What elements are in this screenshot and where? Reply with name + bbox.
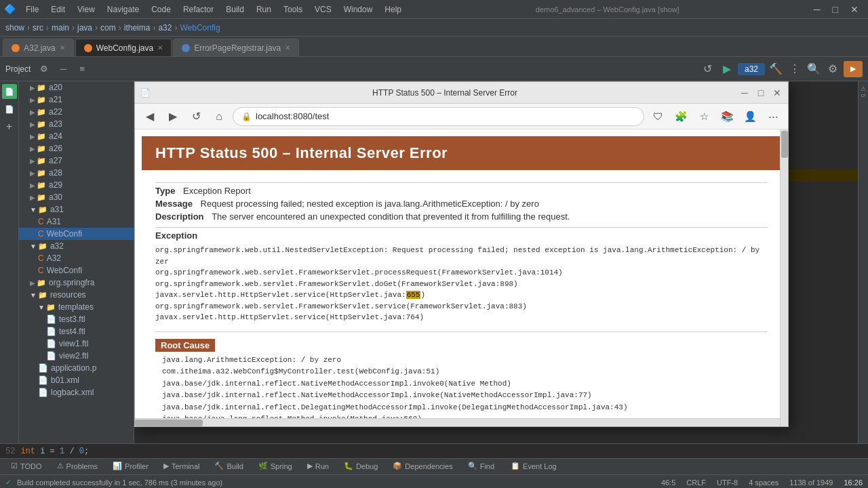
sidebar-item-a23[interactable]: ▶📁a23 [19, 118, 134, 130]
bottom-tab-todo[interactable]: ☑ TODO [4, 459, 49, 474]
url-bar[interactable]: 🔒 localhost:8080/test [233, 107, 644, 126]
tab-a32[interactable]: A32.java ✕ [3, 39, 74, 56]
maximize-btn[interactable]: □ [827, 3, 844, 16]
sidebar-item-a26[interactable]: ▶📁a26 [19, 142, 134, 155]
path-a32[interactable]: a32 [158, 23, 172, 33]
path-show[interactable]: show [5, 23, 24, 33]
nav-bookmarks-bar-btn[interactable]: 📚 [717, 107, 736, 126]
sidebar-item-test4[interactable]: 📄test4.ftl [19, 325, 134, 338]
bottom-tab-spring[interactable]: 🌿 Spring [252, 459, 299, 474]
sidebar-item-a32[interactable]: ▼📁a32 [19, 240, 134, 252]
sidebar-item-a24[interactable]: ▶📁a24 [19, 130, 134, 142]
path-main[interactable]: main [52, 23, 69, 33]
menu-vcs[interactable]: VCS [309, 3, 337, 16]
sidebar-item-b01[interactable]: 📄b01.xml [19, 374, 134, 386]
toolbar-build[interactable]: 🔨 [768, 61, 784, 77]
menu-tools[interactable]: Tools [278, 3, 308, 16]
sidebar-item-a30[interactable]: ▶📁a30 [19, 191, 134, 203]
sidebar-item-application[interactable]: 📄application.p [19, 362, 134, 374]
path-itheima[interactable]: itheima [124, 23, 151, 33]
toolbar-collapse[interactable]: ─ [55, 61, 71, 77]
close-btn[interactable]: ✕ [845, 3, 864, 16]
sidebar-item-view1[interactable]: 📄view1.ftl [19, 338, 134, 350]
menu-edit[interactable]: Edit [45, 3, 71, 16]
bottom-tab-profiler[interactable]: 📊 Profiler [106, 459, 155, 474]
sidebar-item-a21[interactable]: ▶📁a21 [19, 94, 134, 106]
line-separator[interactable]: CRLF [686, 479, 706, 487]
path-com[interactable]: com [100, 23, 116, 33]
nav-extensions-btn[interactable]: 🧩 [671, 107, 690, 126]
browser-minimize-btn[interactable]: ─ [739, 87, 750, 98]
browser-content[interactable]: HTTP Status 500 – Internal Server Error … [135, 129, 788, 426]
menu-code[interactable]: Code [146, 3, 176, 16]
browser-close-btn[interactable]: ✕ [772, 87, 783, 98]
menu-window[interactable]: Window [338, 3, 378, 16]
sidebar-item-test3[interactable]: 📄test3.ftl [19, 313, 134, 325]
bottom-tab-problems[interactable]: ⚠ Problems [50, 459, 104, 474]
sidebar-item-a32-webconfig[interactable]: CWebConfi [19, 264, 134, 277]
sidebar-item-templates[interactable]: ▼📁templates [19, 301, 134, 313]
toolbar-gear[interactable]: ⚙ [36, 61, 52, 77]
tab-close-webconfig[interactable]: ✕ [157, 44, 163, 52]
bottom-tab-dependencies[interactable]: 📦 Dependencies [386, 459, 459, 474]
indent-setting[interactable]: 4 spaces [749, 479, 778, 487]
menu-build[interactable]: Build [220, 3, 250, 16]
menu-navigate[interactable]: Navigate [102, 3, 144, 16]
browser-maximize-btn[interactable]: □ [755, 87, 766, 98]
tab-errorpage[interactable]: ErrorPageRegistrar.java ✕ [173, 39, 299, 56]
menu-run[interactable]: Run [251, 3, 277, 16]
nav-forward-btn[interactable]: ▶ [163, 107, 182, 126]
toolbar-settings[interactable]: ⚙ [825, 61, 841, 77]
sidebar-item-a28[interactable]: ▶📁a28 [19, 167, 134, 179]
bottom-tab-debug[interactable]: 🐛 Debug [337, 459, 384, 474]
sidebar-item-resources[interactable]: ▼📁resources [19, 289, 134, 301]
bottom-tab-find[interactable]: 🔍 Find [461, 459, 501, 474]
nav-back-btn[interactable]: ◀ [140, 107, 159, 126]
sidebar-item-a31[interactable]: ▼📁a31 [19, 203, 134, 216]
sidebar-tool-page2[interactable]: 📄 [2, 102, 17, 117]
sidebar-tool-page[interactable]: 📄 [2, 84, 17, 99]
toolbar-expand[interactable]: ≡ [74, 61, 90, 77]
menu-view[interactable]: View [72, 3, 100, 16]
bottom-tab-terminal[interactable]: ▶ Terminal [157, 459, 207, 474]
sidebar-item-view2[interactable]: 📄view2.ftl [19, 350, 134, 362]
nav-more-btn[interactable]: ⋯ [764, 107, 783, 126]
minimize-btn[interactable]: ─ [808, 3, 826, 16]
browser-hscrollbar[interactable] [135, 418, 780, 426]
sidebar-item-a27[interactable]: ▶📁a27 [19, 155, 134, 167]
sidebar-item-orgspring[interactable]: ▶📁org.springfra [19, 277, 134, 289]
browser-scrollbar[interactable] [780, 129, 788, 426]
sidebar-item-a31-webconfig[interactable]: CWebConfi [19, 228, 134, 240]
bottom-tab-run[interactable]: ▶ Run [300, 459, 336, 474]
toolbar-search[interactable]: 🔍 [806, 61, 822, 77]
cursor-position[interactable]: 46:5 [661, 479, 675, 487]
menu-help[interactable]: Help [379, 3, 407, 16]
tab-close-errorpage[interactable]: ✕ [285, 44, 290, 52]
path-src[interactable]: src [33, 23, 43, 33]
sidebar-item-a31-class[interactable]: CA31 [19, 216, 134, 228]
sidebar-item-logback[interactable]: 📄logback.xml [19, 386, 134, 399]
nav-bookmark-btn[interactable]: ☆ [694, 107, 713, 126]
sidebar-tool-add[interactable]: + [2, 119, 17, 134]
nav-profile-btn[interactable]: 👤 [741, 107, 760, 126]
event-log-btn[interactable]: 📋 Event Log [504, 459, 564, 474]
toolbar-more[interactable]: ⋮ [787, 61, 803, 77]
toolbar-orange-btn[interactable]: ▶ [844, 61, 863, 77]
path-webconfig[interactable]: WebConfig [180, 23, 220, 33]
path-java[interactable]: java [77, 23, 92, 33]
nav-home-btn[interactable]: ⌂ [210, 107, 229, 126]
sidebar-item-a29[interactable]: ▶📁a29 [19, 179, 134, 191]
tab-close-a32[interactable]: ✕ [60, 44, 65, 52]
nav-refresh-btn[interactable]: ↺ [186, 107, 205, 126]
nav-shield-icon[interactable]: 🛡 [648, 107, 667, 126]
toolbar-refresh[interactable]: ↺ [700, 61, 716, 77]
toolbar-run-btn[interactable]: ▶ [719, 61, 735, 77]
menu-refactor[interactable]: Refactor [178, 3, 219, 16]
bottom-tab-build[interactable]: 🔨 Build [208, 459, 250, 474]
encoding[interactable]: UTF-8 [717, 479, 738, 487]
sidebar-item-a22[interactable]: ▶📁a22 [19, 106, 134, 118]
tab-webconfig[interactable]: WebConfig.java ✕ [75, 39, 172, 56]
branch-indicator[interactable]: a32 [738, 63, 765, 75]
sidebar-item-a20[interactable]: ▶📁a20 [19, 81, 134, 94]
sidebar-item-a32-class[interactable]: CA32 [19, 252, 134, 264]
